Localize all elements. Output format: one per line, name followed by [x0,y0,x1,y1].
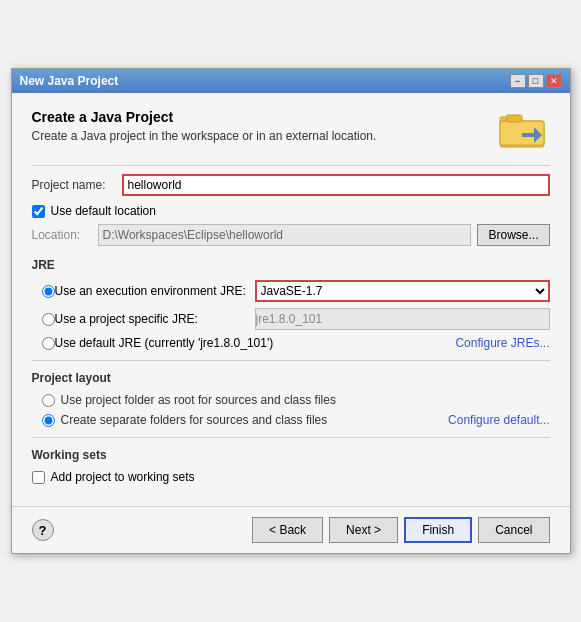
layout-divider [32,437,550,438]
jre-env-label: Use an execution environment JRE: [55,284,255,298]
jre-env-select[interactable]: JavaSE-1.7 JavaSE-1.8 JavaSE-11 [255,280,550,302]
location-row: Location: Browse... [32,224,550,246]
title-bar-buttons: − □ ✕ [510,74,562,88]
layout-radio2-row: Create separate folders for sources and … [42,413,550,427]
minimize-button[interactable]: − [510,74,526,88]
jre-specific-label: Use a project specific JRE: [55,312,255,326]
title-bar-text: New Java Project [20,74,119,88]
working-sets-checkbox[interactable] [32,471,45,484]
default-location-checkbox[interactable] [32,205,45,218]
working-sets-label: Add project to working sets [51,470,195,484]
jre-default-radio[interactable] [42,337,55,350]
project-name-input[interactable] [122,174,550,196]
jre-specific-radio[interactable] [42,313,55,326]
jre-options: Use an execution environment JRE: JavaSE… [32,280,550,350]
header-section: Create a Java Project Create a Java proj… [32,109,550,149]
default-location-label: Use default location [51,204,156,218]
project-layout-title: Project layout [32,371,550,385]
svg-rect-5 [522,133,534,137]
working-sets-title: Working sets [32,448,550,462]
jre-radio2-row: Use a project specific JRE: [42,308,550,330]
header-text: Create a Java Project Create a Java proj… [32,109,377,143]
jre-section-title: JRE [32,258,550,272]
location-label: Location: [32,228,92,242]
configure-jres-link[interactable]: Configure JREs... [455,336,549,350]
dialog-subtitle: Create a Java project in the workspace o… [32,129,377,143]
cancel-button[interactable]: Cancel [478,517,549,543]
layout-radio1-row: Use project folder as root for sources a… [42,393,550,407]
help-button[interactable]: ? [32,519,54,541]
working-sets-checkbox-row: Add project to working sets [32,470,550,484]
project-name-label: Project name: [32,178,122,192]
jre-env-radio[interactable] [42,285,55,298]
layout-separate-label: Create separate folders for sources and … [61,413,443,427]
jre-divider [32,360,550,361]
location-input [98,224,472,246]
default-location-row: Use default location [32,204,550,218]
title-bar: New Java Project − □ ✕ [12,69,570,93]
footer-buttons: < Back Next > Finish Cancel [252,517,549,543]
dialog-title: Create a Java Project [32,109,377,125]
finish-button[interactable]: Finish [404,517,472,543]
jre-default-label: Use default JRE (currently 'jre1.8.0_101… [55,336,456,350]
maximize-button[interactable]: □ [528,74,544,88]
folder-icon [498,109,546,149]
configure-default-link[interactable]: Configure default... [448,413,549,427]
project-name-row: Project name: [32,174,550,196]
jre-radio1-row: Use an execution environment JRE: JavaSE… [42,280,550,302]
next-button[interactable]: Next > [329,517,398,543]
header-divider [32,165,550,166]
svg-rect-3 [506,115,522,122]
browse-button[interactable]: Browse... [477,224,549,246]
layout-root-label: Use project folder as root for sources a… [61,393,336,407]
dialog-content: Create a Java Project Create a Java proj… [12,93,570,506]
project-layout-options: Use project folder as root for sources a… [32,393,550,427]
back-button[interactable]: < Back [252,517,323,543]
layout-separate-radio[interactable] [42,414,55,427]
jre-specific-input [255,308,550,330]
working-sets-section: Working sets Add project to working sets [32,448,550,484]
dialog-footer: ? < Back Next > Finish Cancel [12,506,570,553]
new-java-project-dialog: New Java Project − □ ✕ Create a Java Pro… [11,68,571,554]
layout-root-radio[interactable] [42,394,55,407]
jre-radio3-row: Use default JRE (currently 'jre1.8.0_101… [42,336,550,350]
close-button[interactable]: ✕ [546,74,562,88]
